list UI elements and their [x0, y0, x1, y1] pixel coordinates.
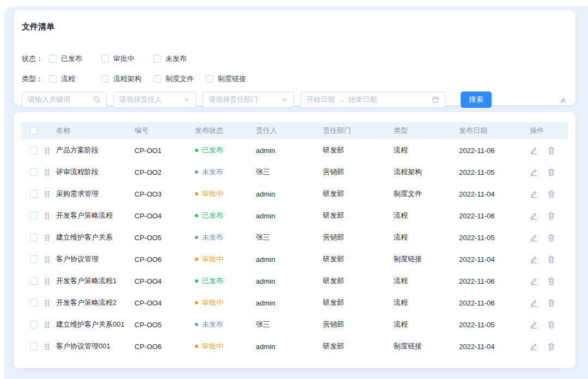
table-row: 开发客户策略流程 CP-OO4 已发布 admin 研发部 流程 2022-11…: [21, 205, 568, 227]
status-dot-icon: [195, 345, 198, 348]
edit-button[interactable]: [530, 277, 538, 285]
edit-button[interactable]: [530, 321, 538, 329]
department-select[interactable]: 请选择责任部门: [203, 91, 294, 108]
table-header-row: 名称 编号 发布状态 责任人 责任部门 类型 发布日期 操作: [21, 122, 568, 139]
row-checkbox[interactable]: [30, 190, 38, 198]
status-dot-icon: [195, 214, 198, 217]
drag-handle-icon[interactable]: [43, 191, 56, 198]
drag-handle-icon[interactable]: [43, 343, 56, 350]
row-type: 流程: [394, 276, 459, 286]
row-department: 研发部: [323, 276, 394, 286]
row-date: 2022-11-06: [459, 212, 530, 220]
status-label: 审批中: [202, 298, 223, 308]
drag-handle-icon[interactable]: [43, 234, 56, 241]
checkbox-icon[interactable]: [101, 75, 109, 83]
row-checkbox[interactable]: [30, 146, 38, 154]
edit-button[interactable]: [530, 255, 538, 264]
drag-handle-icon[interactable]: [43, 256, 56, 263]
status-badge: 审批中: [195, 298, 256, 308]
checkbox-icon[interactable]: [206, 75, 213, 83]
type-option-checkbox[interactable]: 制度文件: [154, 74, 206, 84]
collapse-panel-icon[interactable]: [559, 96, 567, 104]
delete-button[interactable]: [547, 146, 555, 155]
type-options: 流程流程架构制度文件制度链接: [49, 74, 246, 84]
type-option-checkbox[interactable]: 制度链接: [206, 74, 246, 84]
delete-button[interactable]: [547, 212, 555, 220]
type-option-checkbox[interactable]: 流程: [49, 74, 101, 84]
row-checkbox[interactable]: [30, 212, 38, 219]
checkbox-icon[interactable]: [49, 55, 57, 63]
row-code: CP-OO4: [134, 277, 195, 285]
row-type: 流程架构: [394, 167, 459, 177]
row-checkbox[interactable]: [30, 168, 38, 176]
table-row: 客户协议管理001 CP-OO6 审批中 admin 研发部 制度链接 2022…: [21, 335, 568, 357]
delete-button[interactable]: [547, 299, 555, 307]
table-row: 开发客户策略流程1 CP-OO4 已发布 admin 研发部 流程 2022-1…: [21, 270, 568, 292]
table-row: 建立维护客户关系 CP-OO5 未发布 张三 营销部 流程 2022-11-05: [21, 227, 568, 248]
delete-button[interactable]: [547, 234, 555, 242]
row-owner: 张三: [256, 233, 323, 242]
checkbox-icon[interactable]: [154, 75, 161, 83]
edit-button[interactable]: [530, 343, 538, 351]
row-checkbox[interactable]: [30, 234, 38, 241]
col-header-type: 类型: [394, 126, 459, 136]
row-checkbox[interactable]: [30, 299, 38, 307]
row-checkbox[interactable]: [30, 343, 38, 350]
keyword-input[interactable]: 请输入关键词: [22, 91, 107, 108]
drag-handle-icon[interactable]: [43, 147, 56, 154]
row-date: 2022-11-06: [459, 146, 530, 155]
row-code: CP-OO3: [134, 190, 195, 198]
checkbox-icon[interactable]: [154, 55, 161, 63]
delete-button[interactable]: [547, 277, 555, 285]
table-row: 采购需求管理 CP-OO3 审批中 admin 研发部 制度文件 2022-11…: [21, 183, 568, 205]
col-header-code: 编号: [134, 126, 195, 136]
type-option-checkbox[interactable]: 流程架构: [101, 74, 154, 84]
type-filter-label: 类型：: [22, 74, 49, 84]
row-name: 采购需求管理: [56, 189, 134, 199]
row-checkbox[interactable]: [30, 255, 38, 263]
status-option-checkbox[interactable]: 未发布: [154, 54, 187, 64]
row-department: 营销部: [323, 320, 394, 329]
checkbox-icon[interactable]: [49, 75, 57, 83]
edit-button[interactable]: [530, 146, 538, 155]
row-owner: admin: [256, 190, 323, 198]
edit-button[interactable]: [530, 168, 538, 176]
row-name: 评审流程阶段: [56, 167, 134, 177]
delete-button[interactable]: [547, 190, 555, 198]
row-checkbox[interactable]: [30, 321, 38, 328]
edit-button[interactable]: [530, 234, 538, 242]
edit-button[interactable]: [530, 299, 538, 307]
keyword-placeholder: 请输入关键词: [28, 95, 70, 105]
status-option-checkbox[interactable]: 审批中: [101, 54, 154, 64]
date-range-picker[interactable]: 开始日期 → 结束日期: [301, 91, 445, 108]
arrow-right-icon: →: [335, 96, 348, 104]
chevron-down-icon: [281, 96, 288, 103]
status-label: 未发布: [202, 320, 223, 329]
drag-handle-icon[interactable]: [43, 299, 56, 307]
drag-handle-icon[interactable]: [43, 212, 56, 219]
delete-button[interactable]: [547, 321, 555, 329]
owner-select[interactable]: 请选择责任人: [113, 91, 196, 108]
delete-button[interactable]: [547, 255, 555, 264]
search-button[interactable]: 搜索: [461, 91, 492, 108]
checkbox-icon[interactable]: [101, 55, 109, 63]
delete-button[interactable]: [547, 168, 555, 176]
delete-button[interactable]: [547, 343, 555, 351]
col-header-actions: 操作: [530, 126, 568, 136]
status-option-checkbox[interactable]: 已发布: [49, 54, 101, 64]
drag-handle-icon[interactable]: [43, 278, 56, 285]
status-dot-icon: [195, 149, 198, 152]
drag-handle-icon[interactable]: [43, 169, 56, 176]
col-header-date: 发布日期: [459, 126, 530, 136]
select-all-checkbox[interactable]: [30, 127, 38, 135]
edit-button[interactable]: [530, 212, 538, 220]
status-filter-label: 状态：: [22, 54, 49, 64]
drag-handle-icon[interactable]: [43, 321, 56, 328]
row-checkbox[interactable]: [30, 277, 38, 285]
table-body: 产品方案阶段 CP-OO1 已发布 admin 研发部 流程 2022-11-0…: [21, 139, 568, 357]
row-department: 研发部: [323, 298, 394, 308]
row-name: 客户协议管理: [56, 254, 134, 264]
edit-button[interactable]: [530, 190, 538, 198]
row-name: 客户协议管理001: [56, 341, 134, 351]
row-date: 2022-11-05: [459, 168, 530, 176]
